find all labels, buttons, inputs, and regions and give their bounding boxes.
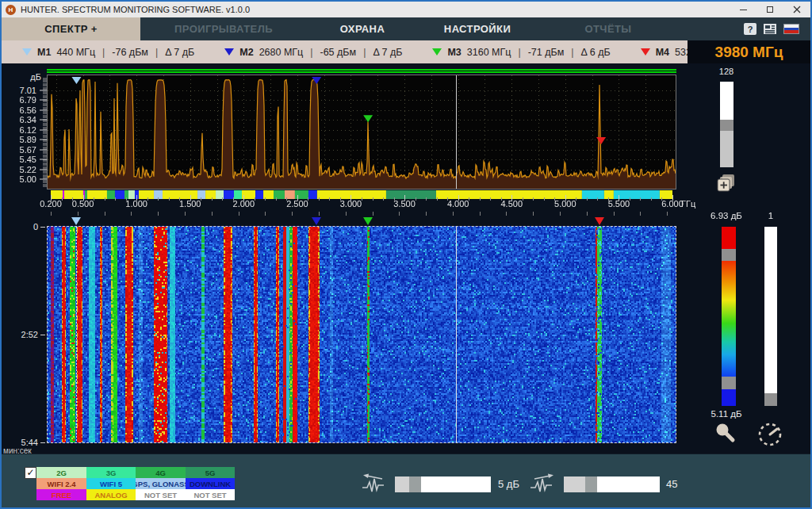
separator: |: [308, 47, 314, 58]
legend-checkbox[interactable]: ✓: [25, 467, 36, 479]
y-tick-label: 5.22: [3, 165, 36, 174]
points-slider-track: [720, 131, 733, 167]
legend-cell-3g: 3G: [86, 467, 136, 478]
legend-cell-not-set: NOT SET: [186, 489, 235, 500]
tab-отчёты: ОТЧЁТЫ: [537, 17, 680, 40]
spectrum-plot-frame: [47, 75, 676, 189]
waterfall-marker-m1[interactable]: [71, 217, 81, 225]
averaging-value: 45: [666, 478, 677, 490]
y-tick-label: 5.67: [3, 145, 36, 155]
points-slider[interactable]: [720, 82, 733, 167]
time-tick: [40, 335, 45, 335]
points-slider-handle[interactable]: [720, 120, 733, 131]
add-layer-icon[interactable]: [714, 172, 738, 196]
marker-id: M4: [656, 47, 669, 58]
marker-level: -71 дБм: [528, 47, 565, 58]
scale-max-label: 6.93 дБ: [703, 211, 750, 220]
marker-info-m1: M1440 МГц|-76 дБм|Δ 7 дБ: [22, 47, 194, 58]
legend-cell-analog: ANALOG: [86, 489, 136, 500]
marker-frequency: 2680 МГц: [259, 47, 304, 58]
tab-bar-icons: ?: [744, 17, 810, 40]
time-tick: [40, 442, 45, 443]
averaging-slider[interactable]: [764, 227, 777, 406]
x-tick-label: 5.000: [548, 199, 583, 209]
x-tick-label: 1.000: [119, 199, 154, 209]
y-tick-label: 5.45: [3, 155, 36, 164]
threshold-value: 5 дБ: [498, 478, 519, 490]
band-legend-table: 2G3G4G5GWIFI 2.4WIFI 5GPS, GLONASSDOWNLI…: [36, 467, 235, 500]
legend-cell-4g: 4G: [136, 467, 186, 478]
separator: |: [154, 47, 159, 58]
tab-спектр-[interactable]: СПЕКТР +: [2, 17, 140, 40]
averaging-hslider-handle[interactable]: [585, 476, 597, 492]
y-tick-label: 6.79: [3, 95, 36, 105]
tab-проигрыватель: ПРОИГРЫВАТЕЛЬ: [140, 17, 307, 40]
time-tick-label: 0: [2, 222, 38, 232]
legend-cell-wifi-2.4: WIFI 2.4: [36, 478, 86, 489]
gauge-icon[interactable]: [755, 420, 785, 447]
x-tick-label: 2.000: [226, 199, 261, 209]
threshold-slider[interactable]: [395, 476, 491, 492]
spectrum-plot[interactable]: [48, 75, 676, 189]
waterfall-plot[interactable]: [48, 227, 676, 442]
tab-охрана[interactable]: ОХРАНА: [307, 17, 418, 40]
threshold-slider-fill: [395, 476, 409, 492]
marker-id: M3: [447, 47, 461, 58]
scale-min-label: 5.11 дБ: [703, 409, 750, 419]
tab-настройки[interactable]: НАСТРОЙКИ: [418, 17, 537, 40]
marker-info-m2: M22680 МГц|-65 дБм|Δ 7 дБ: [224, 47, 402, 58]
title-bar: H HUNTER. SPECTRUM MONITORING SOFTWARE. …: [2, 2, 810, 17]
waterfall-marker-m2[interactable]: [312, 217, 321, 225]
time-tick-label: 5:44: [2, 438, 38, 447]
zoom-icon[interactable]: [713, 422, 738, 446]
close-button[interactable]: [783, 2, 810, 17]
legend-cell-free: FREE: [36, 489, 86, 500]
averaging-slider-handle[interactable]: [764, 393, 777, 406]
color-scale-top-handle[interactable]: [722, 249, 736, 261]
threshold-slider-icon: [360, 472, 390, 496]
y-tick-label: 6.12: [3, 125, 36, 135]
marker-info-m3: M33160 МГц|-71 дБм|Δ 6 дБ: [432, 47, 610, 58]
y-tick-label: 7.01: [3, 86, 36, 95]
waterfall-marker-m4[interactable]: [595, 217, 604, 225]
points-count-label: 128: [707, 67, 745, 76]
tabs: СПЕКТР +ПРОИГРЫВАТЕЛЬОХРАНАНАСТРОЙКИОТЧЁ…: [2, 17, 680, 40]
current-frequency-readout: 3980 МГц: [688, 40, 810, 63]
y-tick-label: 6.56: [3, 105, 36, 115]
y-axis-unit: дБ: [13, 72, 41, 82]
averaging-hslider[interactable]: [564, 476, 660, 492]
x-tick-label: 0.500: [66, 199, 101, 209]
threshold-line[interactable]: [47, 71, 676, 73]
color-scale-gradient: [722, 261, 736, 377]
marker-level: -76 дБм: [112, 47, 148, 58]
legend-cell-not-set: NOT SET: [136, 489, 186, 500]
averaging-slider-fill: [764, 227, 777, 393]
waterfall-marker-m3[interactable]: [363, 217, 373, 225]
color-scale-slider[interactable]: [722, 227, 736, 406]
color-scale-bottom-handle[interactable]: [722, 377, 736, 389]
y-tick-label: 5.89: [3, 135, 36, 144]
waterfall-frame: [47, 226, 676, 443]
minimize-button[interactable]: [730, 2, 756, 17]
x-tick-label: 3.000: [333, 199, 368, 209]
x-tick-label: 6.000: [655, 199, 690, 209]
threshold-slider-handle[interactable]: [409, 476, 421, 492]
marker-m2-icon: [224, 48, 234, 55]
separator: |: [101, 47, 106, 58]
marker-m1-icon: [22, 48, 32, 55]
language-flag-icon[interactable]: [783, 24, 799, 34]
threshold-line-top: [47, 69, 676, 71]
window-controls: [730, 2, 810, 17]
x-tick-label: 0.200: [33, 199, 68, 209]
maximize-button[interactable]: [756, 2, 783, 17]
window-title: HUNTER. SPECTRUM MONITORING SOFTWARE. v1…: [21, 5, 250, 14]
news-icon[interactable]: [763, 23, 777, 35]
marker-info-bar: M1440 МГц|-76 дБм|Δ 7 дБM22680 МГц|-65 д…: [2, 40, 688, 63]
flag-stripe-red: [784, 30, 799, 33]
help-icon[interactable]: ?: [744, 23, 756, 35]
minimize-icon: [740, 10, 747, 10]
marker-m4-icon: [641, 48, 650, 55]
maximize-icon: [767, 6, 773, 13]
averaging-slider-icon: [528, 472, 558, 496]
separator: |: [362, 47, 367, 58]
